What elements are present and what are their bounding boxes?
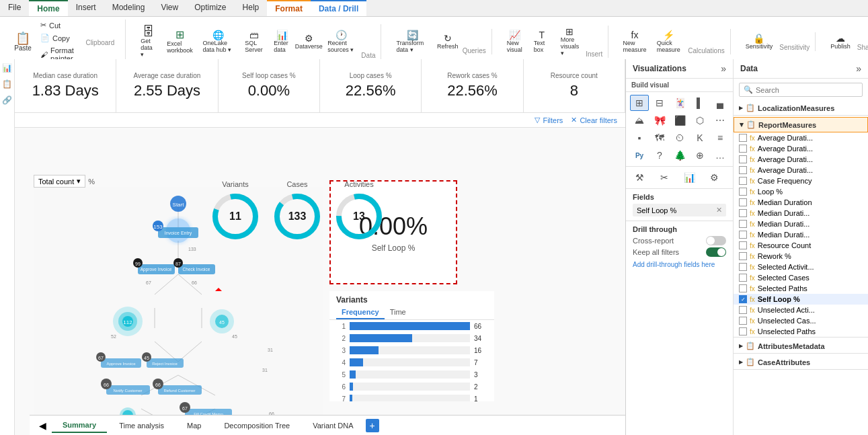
metric-loop-cases: Loop cases % 22.56% [320, 59, 422, 67]
transform-label: Transform data ▾ [396, 40, 428, 53]
quick-measure-label: Quick measure [657, 40, 682, 53]
cut-icon: ✂ [40, 21, 46, 30]
tab-view[interactable]: View [153, 0, 186, 16]
new-measure-button[interactable]: fx New measure [619, 29, 650, 54]
tab-home[interactable]: Home [29, 0, 67, 16]
copy-button[interactable]: 📄 Copy [38, 32, 77, 44]
sensitivity-group: 🔒 Sensitivity Sensitivity [736, 32, 816, 51]
refresh-icon: ↻ [444, 34, 452, 43]
paste-button[interactable]: 📋 Paste [11, 31, 35, 53]
visualizations-panel: Visualizations » Build visual ⊞ ⊟ 🃏 ▌ ▄ … [626, 59, 734, 67]
data-group: 🗄 Get data ▾ ⊞ Excel workbook 🌐 OneLake … [131, 24, 381, 59]
get-data-icon: 🗄 [143, 26, 155, 38]
queries-group: 🔄 Transform data ▾ ↻ Refresh Queries [387, 29, 491, 54]
text-box-icon: T [539, 30, 545, 40]
refresh-button[interactable]: ↻ Refresh [436, 32, 460, 51]
get-data-label: Get data ▾ [141, 38, 157, 58]
insert-group: 📈 New visual T Text box ⊞ More visuals ▾… [498, 26, 609, 58]
cut-button[interactable]: ✂ Cut [38, 19, 77, 31]
metric-resource: Resource count 8 [524, 59, 625, 67]
new-visual-icon: 📈 [509, 30, 520, 40]
tab-optimize[interactable]: Optimize [186, 0, 234, 16]
publish-icon: ☁ [836, 34, 845, 43]
recent-sources-button[interactable]: 🕐 Recent sources ▾ [323, 29, 358, 54]
excel-button[interactable]: ⊞ Excel workbook [163, 28, 196, 55]
copy-label: Copy [52, 34, 70, 42]
sql-button[interactable]: 🗃 SQL Server [241, 29, 267, 54]
clipboard-label-group: Clipboard [80, 38, 120, 46]
metrics-bar: Median case duration 1.83 Days Average c… [15, 59, 625, 67]
tab-modeling[interactable]: Modeling [104, 0, 153, 16]
share-group: ☁ Publish Share [821, 32, 868, 51]
new-visual-button[interactable]: 📈 New visual [503, 29, 527, 54]
recent-sources-label: Recent sources ▾ [327, 40, 354, 53]
calculations-group: fx New measure ⚡ Quick measure Calculati… [614, 29, 731, 54]
sensitivity-icon: 🔒 [753, 34, 764, 43]
onelake-icon: 🌐 [212, 30, 224, 40]
tab-help[interactable]: Help [235, 0, 268, 16]
canvas-area: Median case duration 1.83 Days Average c… [15, 59, 625, 67]
paste-label: Paste [14, 44, 32, 52]
dataverse-icon: ⚙ [305, 34, 313, 43]
excel-icon: ⊞ [175, 30, 184, 40]
tab-insert[interactable]: Insert [68, 0, 104, 16]
data-panel: Data » 🔍 ▸ 📋 LocalizationMeasures ▾ 📋 [734, 59, 868, 67]
enter-data-button[interactable]: 📊 Enter data [270, 29, 294, 54]
data-panel-header: Data » [734, 59, 868, 67]
excel-label: Excel workbook [167, 40, 193, 54]
tab-format[interactable]: Format [267, 0, 311, 16]
transform-icon: 🔄 [407, 30, 418, 40]
left-sidebar: 📊 📋 🔗 [0, 59, 15, 67]
recent-sources-icon: 🕐 [336, 30, 347, 40]
more-visuals-icon: ⊞ [565, 27, 574, 36]
onelake-label: OneLake data hub ▾ [203, 40, 235, 53]
viz-panel-title: Visualizations [633, 64, 686, 67]
dataverse-button[interactable]: ⚙ Dataverse [297, 32, 321, 51]
new-measure-icon: fx [631, 30, 639, 40]
metric-avg-case: Average case duration 2.55 Days [116, 59, 218, 67]
sensitivity-label: Sensitivity [746, 43, 773, 50]
get-data-button[interactable]: 🗄 Get data ▾ [136, 24, 161, 59]
quick-measure-button[interactable]: ⚡ Quick measure [653, 29, 686, 54]
cut-label: Cut [49, 22, 61, 30]
metric-median-case: Median case duration 1.83 Days [15, 59, 116, 67]
metric-self-loop: Self loop cases % 0.00% [219, 59, 320, 67]
sql-label: SQL Server [245, 40, 263, 53]
more-visuals-label: More visuals ▾ [561, 36, 580, 56]
publish-label: Publish [830, 43, 851, 50]
enter-data-label: Enter data [274, 40, 290, 53]
format-painter-icon: 🖌 [40, 50, 48, 58]
viz-expand-icon[interactable]: » [721, 63, 726, 67]
text-box-button[interactable]: T Text box [530, 29, 554, 54]
clipboard-group: 📋 Paste ✂ Cut 📄 Copy 🖌 Format painter Cl… [5, 19, 126, 64]
new-measure-label: New measure [623, 40, 646, 53]
sql-icon: 🗃 [249, 30, 259, 40]
tab-file[interactable]: File [0, 0, 29, 16]
tab-data-drill[interactable]: Data / Drill [311, 0, 366, 16]
transform-button[interactable]: 🔄 Transform data ▾ [392, 29, 432, 54]
data-panel-title: Data [740, 64, 758, 67]
data-panel-expand-icon[interactable]: » [856, 63, 861, 67]
more-visuals-button[interactable]: ⊞ More visuals ▾ [557, 26, 584, 58]
report-view-button[interactable]: 📊 [1, 62, 13, 67]
onelake-button[interactable]: 🌐 OneLake data hub ▾ [199, 29, 239, 54]
refresh-label: Refresh [437, 43, 459, 50]
new-visual-label: New visual [507, 40, 523, 53]
main-content: Median case duration 1.83 Days Average c… [15, 59, 868, 67]
text-box-label: Text box [534, 40, 550, 53]
sensitivity-button[interactable]: 🔒 Sensitivity [742, 32, 777, 51]
metric-rework: Rework cases % 22.56% [422, 59, 523, 67]
copy-icon: 📄 [40, 34, 50, 42]
viz-panel-header: Visualizations » [626, 59, 733, 67]
ribbon-tabs: File Home Insert Modeling View Optimize … [0, 0, 868, 17]
publish-button[interactable]: ☁ Publish [826, 32, 855, 51]
paste-icon: 📋 [15, 32, 30, 44]
quick-measure-icon: ⚡ [663, 30, 674, 40]
right-panels: Visualizations » Build visual ⊞ ⊟ 🃏 ▌ ▄ … [625, 59, 868, 67]
dataverse-label: Dataverse [295, 43, 323, 50]
enter-data-icon: 📊 [276, 30, 288, 40]
